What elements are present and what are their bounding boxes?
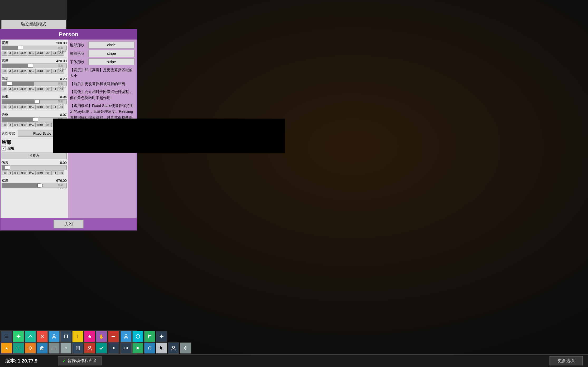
highlow-pos01[interactable]: +0.1 [45, 105, 52, 109]
tb-gray1-button[interactable] [49, 342, 60, 354]
pixel-default[interactable]: 默认 [28, 170, 35, 175]
highlow-default[interactable]: 默认 [28, 105, 35, 109]
close-button[interactable]: 关闭 [54, 220, 84, 228]
border-pos01[interactable]: +0.1 [45, 123, 52, 127]
pixel-pos10[interactable]: +10 [57, 170, 64, 175]
highlow-pos1[interactable]: +1 [52, 105, 57, 109]
chest-shape-row: 胸部形状 stripe [70, 50, 134, 57]
lower-shape-button[interactable]: stripe [88, 58, 134, 65]
height-neg001[interactable]: -0.01 [20, 69, 28, 74]
tb-doc-button[interactable] [72, 342, 83, 354]
tb-flag-button[interactable] [144, 331, 155, 342]
width2-value: 676.00 [56, 179, 67, 183]
highlow-neg001[interactable]: -0.01 [20, 105, 28, 109]
width-pos001[interactable]: +0.01 [35, 51, 44, 56]
chest-shape-button[interactable]: stripe [88, 50, 134, 57]
menu-button[interactable]: ☰ [1, 331, 12, 342]
width-neg10[interactable]: -10 [2, 51, 7, 56]
pixel-neg10[interactable]: -10 [2, 170, 7, 175]
tb-pink1-button[interactable] [84, 331, 95, 342]
width2-slider[interactable]: 隐藏1X 10X [2, 183, 67, 188]
tb-rewind-button[interactable] [121, 342, 132, 354]
tb-cursor-button[interactable] [156, 342, 167, 354]
tb-play-button[interactable] [132, 342, 143, 354]
tb-warn-button[interactable]: ! [72, 331, 83, 342]
tb-blue1-button[interactable] [49, 331, 60, 342]
border-pos001[interactable]: +0.01 [35, 123, 44, 127]
border-neg1[interactable]: -1 [8, 123, 12, 127]
pixel-pos01[interactable]: +0.1 [45, 170, 52, 175]
height-neg01[interactable]: -0.1 [12, 69, 19, 74]
highlow-neg01[interactable]: -0.1 [12, 105, 19, 109]
tb-teal2-button[interactable] [96, 342, 107, 354]
tb-gray2-button[interactable]: ≡ [60, 342, 71, 354]
frontback-neg1[interactable]: -1 [8, 87, 12, 91]
pixel-neg001[interactable]: -0.01 [20, 170, 28, 175]
tb-person2-button[interactable] [84, 342, 95, 354]
height-default[interactable]: 默认 [28, 69, 35, 74]
tb-sphere-button[interactable] [132, 331, 143, 342]
width-neg01[interactable]: -0.1 [12, 51, 19, 56]
tb-cube-button[interactable] [60, 331, 71, 342]
height-pos1[interactable]: +1 [52, 69, 57, 74]
enable-checkbox[interactable]: ✓ [2, 146, 6, 150]
height-neg1[interactable]: -1 [8, 69, 12, 74]
height-pos01[interactable]: +0.1 [45, 69, 52, 74]
frontback-slider[interactable]: 隐藏1X 10X [2, 81, 67, 86]
height-pos001[interactable]: +0.01 [35, 69, 44, 74]
tb-star-button[interactable]: ★ [1, 342, 12, 354]
pixel-neg01[interactable]: -0.1 [12, 170, 19, 175]
tb-teal1-button[interactable] [25, 331, 36, 342]
tb-cross-button[interactable] [108, 331, 119, 342]
border-neg001[interactable]: -0.01 [20, 123, 28, 127]
tb-skip-button[interactable] [108, 342, 119, 354]
frontback-pos01[interactable]: +0.1 [45, 87, 52, 91]
highlow-neg1[interactable]: -1 [8, 105, 12, 109]
width-neg001[interactable]: -0.01 [20, 51, 28, 56]
tb-hand-button[interactable]: ✋ [96, 331, 107, 342]
height-neg10[interactable]: -10 [2, 69, 7, 74]
tb-green2-button[interactable] [13, 342, 24, 354]
border-default[interactable]: 默认 [28, 123, 35, 127]
tb-green1-button[interactable] [13, 331, 24, 342]
tb-red1-button[interactable] [37, 331, 48, 342]
width-slider[interactable]: 隐藏1X 10X [2, 46, 67, 50]
highlow-slider[interactable]: 隐藏1X 10X [2, 99, 67, 104]
tb-refresh-button[interactable] [144, 342, 155, 354]
frontback-pos1[interactable]: +1 [52, 87, 57, 91]
width-pos01[interactable]: +0.1 [45, 51, 52, 56]
svg-rect-65 [182, 345, 188, 351]
width-pos1[interactable]: +1 [52, 51, 57, 56]
highlow-pos001[interactable]: +0.01 [35, 105, 44, 109]
width-default[interactable]: 默认 [28, 51, 35, 56]
pixel-pos1[interactable]: +1 [52, 170, 57, 175]
frontback-neg001[interactable]: -0.01 [20, 87, 28, 91]
tb-person3-button[interactable] [168, 342, 179, 354]
pixel-pos001[interactable]: +0.01 [35, 170, 44, 175]
more-options-button[interactable]: 更多选项 [550, 356, 583, 365]
border-neg01[interactable]: -0.1 [12, 123, 19, 127]
highlow-neg10[interactable]: -10 [2, 105, 7, 109]
mask-button[interactable]: 马赛克 [2, 152, 67, 159]
tb-settings-button[interactable] [180, 342, 191, 354]
border-neg10[interactable]: -10 [2, 123, 7, 127]
enable-label: 启用 [7, 146, 14, 151]
tb-plus-button[interactable] [156, 331, 167, 342]
tb-orange1-button[interactable] [25, 342, 36, 354]
toolbar-row-1: ☰ ! ✋ [1, 331, 136, 342]
tb-camera-button[interactable] [37, 342, 48, 354]
height-slider[interactable]: 隐藏1X 10X [2, 63, 67, 68]
tb-person1-button[interactable] [121, 331, 132, 342]
frontback-neg01[interactable]: -0.1 [12, 87, 19, 91]
highlow-control: 高低 -0.04 隐藏1X 10X -10 -1 -0.1 -0.01 默认 +… [2, 94, 67, 109]
pixel-neg1[interactable]: -1 [8, 170, 12, 175]
frontback-pos001[interactable]: +0.01 [35, 87, 44, 91]
width-neg1[interactable]: -1 [8, 51, 12, 56]
frontback-default[interactable]: 默认 [28, 87, 35, 91]
pixel-step-buttons: -10 -1 -0.1 -0.01 默认 +0.01 +0.1 +1 +10 [2, 170, 67, 175]
pause-button[interactable]: ✓ 暂停动作和声音 [58, 356, 102, 365]
pixel-slider[interactable] [2, 165, 67, 170]
standalone-mode-button[interactable]: 独立编辑模式 [1, 20, 66, 29]
face-shape-button[interactable]: circle [88, 42, 134, 48]
frontback-neg10[interactable]: -10 [2, 87, 7, 91]
